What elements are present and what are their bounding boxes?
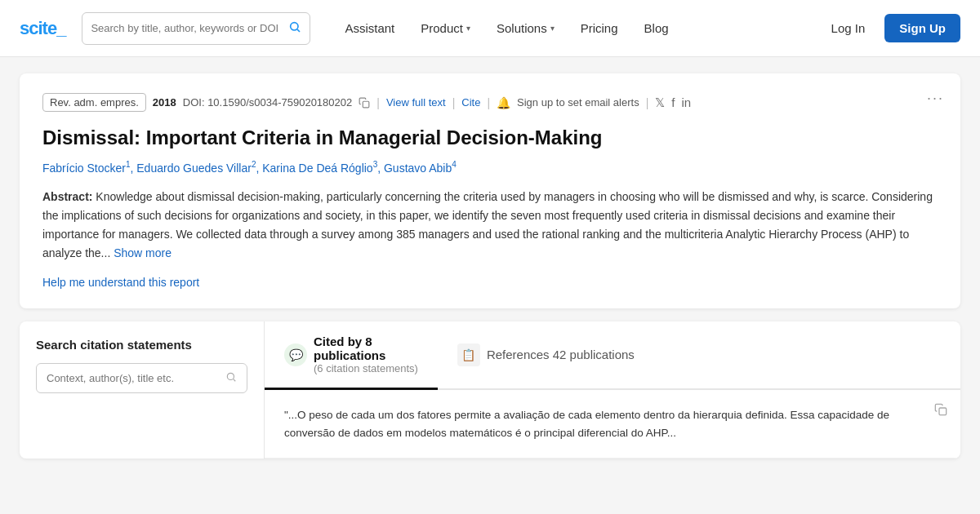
logo[interactable]: scite_ bbox=[20, 18, 65, 39]
header-right: Log In Sign Up bbox=[818, 14, 960, 42]
cited-by-tab-icon: 💬 bbox=[284, 343, 307, 366]
paper-title: Dismissal: Important Criteria in Manager… bbox=[42, 125, 938, 150]
author-3[interactable]: Karina De Deá Róglio3 bbox=[262, 162, 377, 175]
svg-point-3 bbox=[227, 374, 234, 380]
bell-icon: 🔔 bbox=[497, 96, 510, 109]
facebook-icon[interactable]: f bbox=[671, 95, 675, 109]
nav-item-product[interactable]: Product ▾ bbox=[409, 15, 482, 42]
citations-panel: 💬 Cited by 8 publications (6 citation st… bbox=[265, 321, 960, 459]
search-bar[interactable] bbox=[82, 12, 310, 45]
twitter-icon[interactable]: 𝕏 bbox=[655, 95, 665, 110]
cited-by-label: Cited by 8 bbox=[314, 335, 418, 348]
search-icon bbox=[288, 20, 301, 36]
svg-rect-5 bbox=[939, 408, 947, 415]
svg-line-1 bbox=[298, 29, 301, 32]
abstract-text: Abstract: Knowledge about dismissal deci… bbox=[42, 188, 938, 263]
citation-search-wrapper[interactable] bbox=[36, 363, 247, 393]
search-input[interactable] bbox=[91, 22, 288, 34]
svg-line-4 bbox=[234, 379, 236, 382]
bottom-section: Search citation statements 💬 bbox=[20, 321, 960, 459]
paper-card: ··· Rev. adm. empres. 2018 DOI: 10.1590/… bbox=[20, 73, 960, 308]
signup-button[interactable]: Sign Up bbox=[884, 14, 960, 42]
sidebar: Search citation statements bbox=[20, 321, 265, 459]
more-options-button[interactable]: ··· bbox=[927, 90, 944, 107]
sidebar-title: Search citation statements bbox=[36, 338, 247, 352]
copy-doi-button[interactable] bbox=[359, 97, 370, 109]
header: scite_ Assistant Product ▾ Solutions ▾ P… bbox=[0, 0, 980, 57]
main-nav: Assistant Product ▾ Solutions ▾ Pricing … bbox=[333, 15, 679, 42]
help-link[interactable]: Help me understand this report bbox=[42, 276, 199, 289]
cite-link[interactable]: Cite bbox=[461, 96, 480, 109]
chat-icon: 💬 bbox=[289, 348, 303, 361]
view-full-text-link[interactable]: View full text bbox=[386, 96, 446, 109]
separator-4: | bbox=[646, 96, 649, 109]
main-content: ··· Rev. adm. empres. 2018 DOI: 10.1590/… bbox=[0, 57, 980, 475]
doi-text: DOI: 10.1590/s0034-759020180202 bbox=[183, 96, 352, 109]
login-button[interactable]: Log In bbox=[818, 15, 879, 42]
paper-meta: Rev. adm. empres. 2018 DOI: 10.1590/s003… bbox=[42, 93, 938, 112]
separator-2: | bbox=[452, 96, 456, 109]
nav-item-pricing[interactable]: Pricing bbox=[569, 15, 630, 42]
document-icon: 📋 bbox=[461, 348, 475, 361]
citation-search-icon bbox=[225, 371, 237, 385]
references-label: References 42 publications bbox=[487, 348, 635, 361]
svg-rect-2 bbox=[363, 101, 370, 108]
tab-references[interactable]: 📋 References 42 publications bbox=[438, 321, 654, 390]
separator-1: | bbox=[376, 96, 380, 109]
author-2[interactable]: Eduardo Guedes Villar2 bbox=[136, 162, 256, 175]
quote-text: "...O peso de cada um dos fatores permit… bbox=[284, 406, 941, 441]
svg-point-0 bbox=[291, 23, 298, 30]
alert-text: Sign up to set email alerts bbox=[517, 96, 639, 109]
solutions-chevron-icon: ▾ bbox=[550, 24, 555, 33]
cited-by-label-2: publications bbox=[314, 348, 418, 362]
linkedin-icon[interactable]: in bbox=[681, 95, 691, 109]
citation-search-input[interactable] bbox=[47, 372, 220, 384]
nav-item-assistant[interactable]: Assistant bbox=[333, 15, 406, 42]
journal-badge: Rev. adm. empres. bbox=[42, 93, 146, 112]
copy-quote-button[interactable] bbox=[934, 403, 947, 419]
abstract-label: Abstract: bbox=[42, 190, 92, 203]
author-1[interactable]: Fabrício Stocker1 bbox=[42, 162, 131, 175]
cited-by-sublabel: (6 citation statements) bbox=[314, 362, 418, 374]
product-chevron-icon: ▾ bbox=[466, 24, 470, 33]
author-4[interactable]: Gustavo Abib4 bbox=[384, 162, 457, 175]
nav-item-blog[interactable]: Blog bbox=[633, 15, 680, 42]
tab-cited-by[interactable]: 💬 Cited by 8 publications (6 citation st… bbox=[265, 321, 438, 390]
nav-item-solutions[interactable]: Solutions ▾ bbox=[485, 15, 566, 42]
social-icons: 𝕏 f in bbox=[655, 95, 691, 110]
year-badge: 2018 bbox=[153, 96, 176, 109]
cited-by-tab-text: Cited by 8 publications (6 citation stat… bbox=[314, 335, 418, 374]
separator-3: | bbox=[487, 96, 490, 109]
citation-quote-card: "...O peso de cada um dos fatores permit… bbox=[265, 390, 960, 459]
tabs-bar: 💬 Cited by 8 publications (6 citation st… bbox=[265, 321, 960, 390]
references-tab-icon: 📋 bbox=[457, 343, 480, 366]
references-tab-text: References 42 publications bbox=[487, 348, 635, 361]
show-more-link[interactable]: Show more bbox=[114, 246, 172, 259]
authors: Fabrício Stocker1, Eduardo Guedes Villar… bbox=[42, 160, 938, 175]
abstract-body: Knowledge about dismissal decision-makin… bbox=[42, 190, 933, 259]
